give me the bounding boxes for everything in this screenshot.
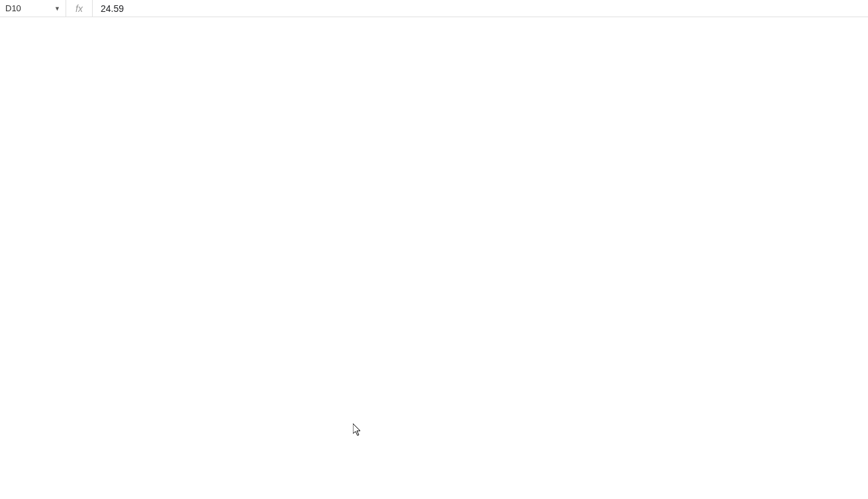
name-box[interactable]: D10 ▼ <box>0 0 66 17</box>
formula-bar: D10 ▼ fx 24.59 <box>0 0 868 17</box>
formula-input[interactable]: 24.59 <box>93 0 868 17</box>
fx-icon[interactable]: fx <box>66 0 93 17</box>
cell-reference: D10 <box>5 3 21 13</box>
name-box-dropdown-icon[interactable]: ▼ <box>54 5 60 12</box>
